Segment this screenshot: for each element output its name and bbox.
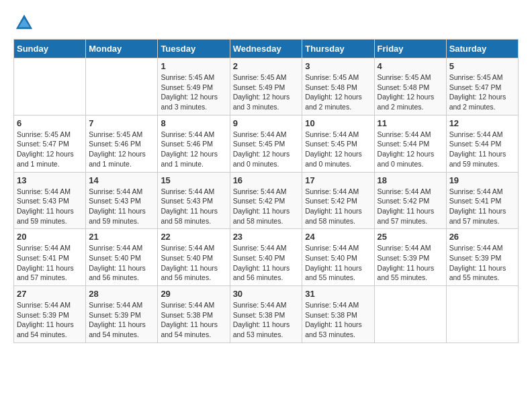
day-info: Sunrise: 5:44 AMSunset: 5:38 PMDaylight:…: [233, 300, 300, 340]
day-number: 13: [17, 175, 83, 185]
calendar-cell: 23Sunrise: 5:44 AMSunset: 5:40 PMDayligh…: [230, 229, 302, 286]
day-number: 10: [305, 118, 371, 128]
calendar-cell: 26Sunrise: 5:44 AMSunset: 5:39 PMDayligh…: [446, 229, 518, 286]
day-number: 18: [378, 175, 443, 185]
page-header: [13, 13, 519, 32]
calendar-header-wednesday: Wednesday: [230, 40, 302, 58]
day-info: Sunrise: 5:44 AMSunset: 5:39 PMDaylight:…: [449, 243, 515, 283]
day-number: 4: [378, 61, 443, 71]
day-info: Sunrise: 5:44 AMSunset: 5:42 PMDaylight:…: [378, 187, 443, 226]
calendar-cell: 28Sunrise: 5:44 AMSunset: 5:39 PMDayligh…: [86, 286, 158, 343]
day-number: 9: [233, 118, 300, 128]
calendar-cell: 19Sunrise: 5:44 AMSunset: 5:41 PMDayligh…: [446, 172, 518, 229]
day-number: 8: [161, 118, 226, 128]
day-info: Sunrise: 5:44 AMSunset: 5:38 PMDaylight:…: [161, 300, 226, 340]
calendar-header-saturday: Saturday: [446, 40, 518, 58]
calendar-cell: 12Sunrise: 5:44 AMSunset: 5:44 PMDayligh…: [446, 115, 518, 172]
day-number: 21: [89, 232, 154, 242]
day-number: 25: [378, 232, 443, 242]
calendar-cell: 24Sunrise: 5:44 AMSunset: 5:40 PMDayligh…: [302, 229, 374, 286]
calendar-cell: 1Sunrise: 5:45 AMSunset: 5:49 PMDaylight…: [158, 58, 230, 116]
day-number: 7: [89, 118, 154, 128]
day-number: 6: [17, 118, 83, 128]
calendar-body: 1Sunrise: 5:45 AMSunset: 5:49 PMDaylight…: [14, 58, 519, 343]
day-info: Sunrise: 5:44 AMSunset: 5:40 PMDaylight:…: [89, 243, 154, 283]
calendar-cell: 9Sunrise: 5:44 AMSunset: 5:45 PMDaylight…: [230, 115, 302, 172]
day-info: Sunrise: 5:44 AMSunset: 5:39 PMDaylight:…: [378, 243, 443, 283]
day-info: Sunrise: 5:44 AMSunset: 5:40 PMDaylight:…: [161, 243, 226, 283]
calendar-cell: 3Sunrise: 5:45 AMSunset: 5:48 PMDaylight…: [302, 58, 374, 116]
calendar-cell: 18Sunrise: 5:44 AMSunset: 5:42 PMDayligh…: [374, 172, 446, 229]
day-info: Sunrise: 5:44 AMSunset: 5:39 PMDaylight:…: [17, 300, 83, 340]
calendar-header-thursday: Thursday: [302, 40, 374, 58]
day-number: 20: [17, 232, 83, 242]
calendar-cell: [374, 286, 446, 343]
day-info: Sunrise: 5:44 AMSunset: 5:42 PMDaylight:…: [305, 187, 371, 226]
calendar-week-5: 27Sunrise: 5:44 AMSunset: 5:39 PMDayligh…: [14, 286, 519, 343]
calendar-cell: 13Sunrise: 5:44 AMSunset: 5:43 PMDayligh…: [14, 172, 86, 229]
day-info: Sunrise: 5:44 AMSunset: 5:43 PMDaylight:…: [17, 187, 83, 226]
calendar-header-sunday: Sunday: [14, 40, 86, 58]
day-info: Sunrise: 5:45 AMSunset: 5:48 PMDaylight:…: [305, 73, 371, 112]
calendar-cell: 31Sunrise: 5:44 AMSunset: 5:38 PMDayligh…: [302, 286, 374, 343]
day-number: 14: [89, 175, 154, 185]
calendar-cell: 17Sunrise: 5:44 AMSunset: 5:42 PMDayligh…: [302, 172, 374, 229]
day-number: 24: [305, 232, 371, 242]
calendar-cell: [14, 58, 86, 116]
day-info: Sunrise: 5:44 AMSunset: 5:43 PMDaylight:…: [89, 187, 154, 226]
day-info: Sunrise: 5:44 AMSunset: 5:44 PMDaylight:…: [378, 130, 443, 169]
calendar-cell: [86, 58, 158, 116]
day-info: Sunrise: 5:44 AMSunset: 5:41 PMDaylight:…: [17, 243, 83, 283]
day-number: 17: [305, 175, 371, 185]
day-number: 29: [161, 289, 226, 299]
day-info: Sunrise: 5:44 AMSunset: 5:43 PMDaylight:…: [161, 187, 226, 226]
day-number: 2: [233, 61, 300, 71]
calendar-cell: 29Sunrise: 5:44 AMSunset: 5:38 PMDayligh…: [158, 286, 230, 343]
calendar-cell: 7Sunrise: 5:45 AMSunset: 5:46 PMDaylight…: [86, 115, 158, 172]
day-info: Sunrise: 5:45 AMSunset: 5:46 PMDaylight:…: [89, 130, 154, 169]
calendar-cell: 21Sunrise: 5:44 AMSunset: 5:40 PMDayligh…: [86, 229, 158, 286]
calendar-week-4: 20Sunrise: 5:44 AMSunset: 5:41 PMDayligh…: [14, 229, 519, 286]
day-number: 26: [449, 232, 515, 242]
day-number: 22: [161, 232, 226, 242]
calendar-cell: 11Sunrise: 5:44 AMSunset: 5:44 PMDayligh…: [374, 115, 446, 172]
day-number: 30: [233, 289, 300, 299]
calendar-cell: 6Sunrise: 5:45 AMSunset: 5:47 PMDaylight…: [14, 115, 86, 172]
day-number: 16: [233, 175, 300, 185]
day-number: 31: [305, 289, 371, 299]
day-number: 1: [161, 61, 226, 71]
day-info: Sunrise: 5:44 AMSunset: 5:40 PMDaylight:…: [233, 243, 300, 283]
calendar-cell: 5Sunrise: 5:45 AMSunset: 5:47 PMDaylight…: [446, 58, 518, 116]
calendar-cell: 2Sunrise: 5:45 AMSunset: 5:49 PMDaylight…: [230, 58, 302, 116]
day-number: 28: [89, 289, 154, 299]
day-info: Sunrise: 5:44 AMSunset: 5:45 PMDaylight:…: [305, 130, 371, 169]
day-info: Sunrise: 5:45 AMSunset: 5:49 PMDaylight:…: [161, 73, 226, 112]
logo: [13, 13, 34, 32]
day-info: Sunrise: 5:44 AMSunset: 5:44 PMDaylight:…: [449, 130, 515, 169]
day-number: 3: [305, 61, 371, 71]
day-info: Sunrise: 5:44 AMSunset: 5:38 PMDaylight:…: [305, 300, 371, 340]
calendar-header-monday: Monday: [86, 40, 158, 58]
day-info: Sunrise: 5:45 AMSunset: 5:47 PMDaylight:…: [17, 130, 83, 169]
calendar-cell: 22Sunrise: 5:44 AMSunset: 5:40 PMDayligh…: [158, 229, 230, 286]
day-number: 19: [449, 175, 515, 185]
day-info: Sunrise: 5:45 AMSunset: 5:47 PMDaylight:…: [449, 73, 515, 112]
calendar-cell: [446, 286, 518, 343]
day-info: Sunrise: 5:45 AMSunset: 5:49 PMDaylight:…: [233, 73, 300, 112]
calendar-cell: 25Sunrise: 5:44 AMSunset: 5:39 PMDayligh…: [374, 229, 446, 286]
calendar-cell: 16Sunrise: 5:44 AMSunset: 5:42 PMDayligh…: [230, 172, 302, 229]
calendar-cell: 10Sunrise: 5:44 AMSunset: 5:45 PMDayligh…: [302, 115, 374, 172]
calendar-week-2: 6Sunrise: 5:45 AMSunset: 5:47 PMDaylight…: [14, 115, 519, 172]
calendar-cell: 8Sunrise: 5:44 AMSunset: 5:46 PMDaylight…: [158, 115, 230, 172]
day-info: Sunrise: 5:44 AMSunset: 5:46 PMDaylight:…: [161, 130, 226, 169]
day-info: Sunrise: 5:45 AMSunset: 5:48 PMDaylight:…: [378, 73, 443, 112]
calendar-header-friday: Friday: [374, 40, 446, 58]
calendar-cell: 4Sunrise: 5:45 AMSunset: 5:48 PMDaylight…: [374, 58, 446, 116]
calendar-table: SundayMondayTuesdayWednesdayThursdayFrid…: [13, 39, 519, 343]
calendar-week-1: 1Sunrise: 5:45 AMSunset: 5:49 PMDaylight…: [14, 58, 519, 116]
calendar-header-tuesday: Tuesday: [158, 40, 230, 58]
day-number: 12: [449, 118, 515, 128]
calendar-cell: 27Sunrise: 5:44 AMSunset: 5:39 PMDayligh…: [14, 286, 86, 343]
calendar-cell: 20Sunrise: 5:44 AMSunset: 5:41 PMDayligh…: [14, 229, 86, 286]
day-number: 15: [161, 175, 226, 185]
